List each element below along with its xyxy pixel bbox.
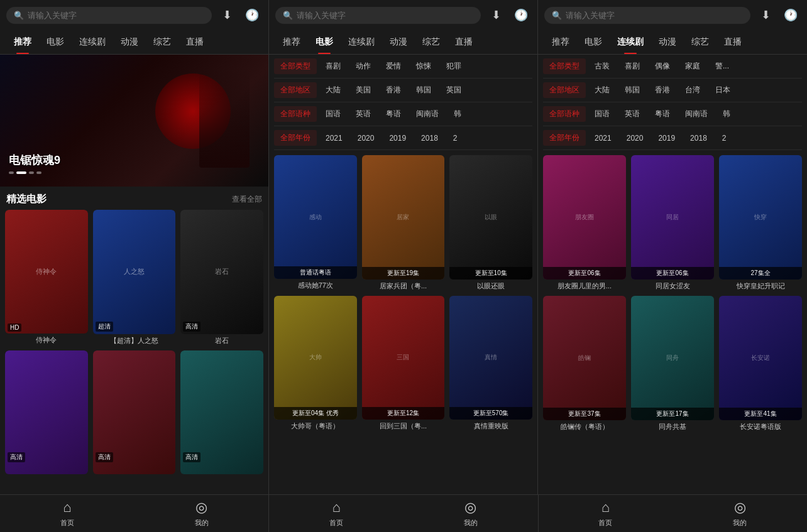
bottom-nav-home-mid[interactable]: ⌂ 首页 [269, 495, 404, 532]
tab-variety-right[interactable]: 综艺 [684, 30, 716, 54]
search-wrap-right[interactable]: 🔍 [544, 7, 750, 24]
filter-type-action-mid[interactable]: 动作 [349, 58, 377, 74]
tab-live-mid[interactable]: 直播 [447, 30, 480, 54]
series-item-4-right[interactable]: 同舟 更新至17集 同舟共基 [631, 296, 714, 432]
filter-year-2020-mid[interactable]: 2020 [351, 131, 381, 145]
history-btn-left[interactable]: 🕐 [242, 5, 262, 25]
bottom-nav-home-right[interactable]: ⌂ 首页 [539, 495, 673, 532]
filter-year-2020-right[interactable]: 2020 [620, 131, 650, 145]
hero-banner[interactable]: 电锯惊魂9 [0, 55, 268, 187]
hero-dot-3[interactable] [29, 171, 34, 174]
search-input-right[interactable] [566, 11, 743, 20]
movie-card-4[interactable]: 高清 [93, 350, 176, 477]
tab-movie-mid[interactable]: 电影 [308, 30, 341, 54]
tab-live-right[interactable]: 直播 [716, 30, 749, 54]
filter-lang-mandarin-right[interactable]: 国语 [588, 106, 616, 122]
filter-year-2019-right[interactable]: 2019 [652, 131, 681, 145]
filter-type-idol-right[interactable]: 偶像 [649, 58, 676, 74]
movie-card-0[interactable]: 侍神令 HD 侍神令 [5, 210, 88, 345]
tab-series-right[interactable]: 连续剧 [610, 30, 651, 54]
tab-series-mid[interactable]: 连续剧 [341, 30, 382, 54]
filter-type-romance-mid[interactable]: 爱情 [380, 58, 407, 74]
series-item-5-mid[interactable]: 真情 更新至570集 真情重映版 [449, 296, 532, 432]
filter-type-thriller-mid[interactable]: 惊悚 [410, 58, 437, 74]
filter-year-2021-right[interactable]: 2021 [588, 131, 618, 145]
series-item-3-mid[interactable]: 大帅 更新至04集 优秀 大帅哥（粤语） [274, 296, 357, 432]
search-input-mid[interactable] [297, 11, 473, 20]
series-item-1-right[interactable]: 同居 更新至06集 同居女涩友 [631, 155, 714, 291]
tab-anime-left[interactable]: 动漫 [113, 30, 146, 54]
tab-recommend-right[interactable]: 推荐 [544, 30, 577, 54]
filter-type-comedy-right[interactable]: 喜剧 [618, 58, 646, 74]
filter-region-hk-right[interactable]: 香港 [649, 82, 676, 98]
series-item-5-right[interactable]: 长安诺 更新至41集 长安诺粤语版 [719, 296, 802, 432]
series-item-2-mid[interactable]: 以眼 更新至10集 以眼还眼 [449, 155, 532, 291]
filter-year-2018-mid[interactable]: 2018 [415, 131, 444, 145]
filter-type-family-right[interactable]: 家庭 [679, 58, 706, 74]
filter-lang-hokkien-right[interactable]: 闽南语 [679, 106, 714, 122]
filter-year-more-mid[interactable]: 2 [447, 131, 464, 145]
filter-year-2019-mid[interactable]: 2019 [383, 131, 412, 145]
filter-lang-korean-right[interactable]: 韩 [716, 106, 737, 122]
filter-year-more-right[interactable]: 2 [716, 131, 733, 145]
filter-type-all-right[interactable]: 全部类型 [543, 58, 586, 74]
filter-region-all-right[interactable]: 全部地区 [543, 82, 586, 98]
filter-lang-mandarin-mid[interactable]: 国语 [319, 106, 347, 122]
bottom-nav-mine-left[interactable]: ◎ 我的 [134, 495, 269, 532]
tab-variety-mid[interactable]: 综艺 [415, 30, 447, 54]
filter-region-mainland-mid[interactable]: 大陆 [319, 82, 347, 98]
search-input-left[interactable] [28, 11, 204, 20]
hero-dot-4[interactable] [36, 171, 41, 174]
filter-year-all-mid[interactable]: 全部年份 [274, 130, 317, 146]
search-wrap-left[interactable]: 🔍 [6, 7, 212, 24]
series-item-0-mid[interactable]: 感动 普通话粤语 感动她77次 [274, 155, 357, 291]
history-btn-right[interactable]: 🕐 [781, 5, 801, 25]
tab-recommend-mid[interactable]: 推荐 [275, 30, 308, 54]
filter-lang-cantonese-right[interactable]: 粤语 [649, 106, 676, 122]
filter-type-police-right[interactable]: 警... [709, 58, 735, 74]
tab-variety-left[interactable]: 综艺 [146, 30, 178, 54]
hero-dot-2[interactable] [16, 171, 26, 174]
filter-type-costume-right[interactable]: 古装 [588, 58, 616, 74]
filter-year-all-right[interactable]: 全部年份 [543, 130, 586, 146]
series-item-4-mid[interactable]: 三国 更新至12集 回到三国（粤... [362, 296, 445, 432]
series-item-3-right[interactable]: 皓镧 更新至37集 皓镧传（粤语） [543, 296, 626, 432]
filter-region-us-mid[interactable]: 美国 [349, 82, 377, 98]
download-btn-mid[interactable]: ⬇ [486, 5, 506, 25]
tab-anime-right[interactable]: 动漫 [651, 30, 684, 54]
movie-card-1[interactable]: 人之怒 超清 【超清】人之怒 [93, 210, 176, 345]
section-more-movies[interactable]: 查看全部 [232, 194, 262, 205]
tab-recommend-left[interactable]: 推荐 [6, 30, 39, 54]
tab-movie-right[interactable]: 电影 [577, 30, 610, 54]
movie-card-3[interactable]: 高清 [5, 350, 88, 477]
filter-lang-all-mid[interactable]: 全部语种 [274, 106, 317, 122]
filter-type-all-mid[interactable]: 全部类型 [274, 58, 317, 74]
hero-dot-1[interactable] [9, 171, 14, 174]
bottom-nav-mine-right[interactable]: ◎ 我的 [672, 495, 807, 532]
series-item-2-right[interactable]: 快穿 27集全 快穿皇妃升职记 [719, 155, 802, 291]
filter-lang-korean-mid[interactable]: 韩 [447, 106, 468, 122]
filter-region-kr-mid[interactable]: 韩国 [410, 82, 437, 98]
search-wrap-mid[interactable]: 🔍 [275, 7, 481, 24]
filter-type-crime-mid[interactable]: 犯罪 [440, 58, 468, 74]
filter-lang-english-right[interactable]: 英语 [618, 106, 646, 122]
movie-card-5[interactable]: 高清 [180, 350, 263, 477]
download-btn-right[interactable]: ⬇ [755, 5, 776, 25]
bottom-nav-home-left[interactable]: ⌂ 首页 [0, 495, 134, 532]
download-btn-left[interactable]: ⬇ [217, 5, 237, 25]
filter-lang-english-mid[interactable]: 英语 [349, 106, 377, 122]
filter-lang-hokkien-mid[interactable]: 闽南语 [410, 106, 445, 122]
filter-region-hk-mid[interactable]: 香港 [380, 82, 407, 98]
filter-region-kr-right[interactable]: 韩国 [618, 82, 646, 98]
movie-card-2[interactable]: 岩石 高清 岩石 [180, 210, 263, 345]
filter-region-jp-right[interactable]: 日本 [709, 82, 737, 98]
series-item-0-right[interactable]: 朋友圈 更新至06集 朋友圈儿里的男... [543, 155, 626, 291]
filter-lang-all-right[interactable]: 全部语种 [543, 106, 586, 122]
series-item-1-mid[interactable]: 居家 更新至19集 居家兵团（粤... [362, 155, 445, 291]
filter-region-mainland-right[interactable]: 大陆 [588, 82, 616, 98]
tab-series-left[interactable]: 连续剧 [72, 30, 113, 54]
history-btn-mid[interactable]: 🕐 [511, 5, 531, 25]
filter-region-all-mid[interactable]: 全部地区 [274, 82, 317, 98]
filter-year-2021-mid[interactable]: 2021 [319, 131, 349, 145]
filter-region-uk-mid[interactable]: 英国 [440, 82, 468, 98]
